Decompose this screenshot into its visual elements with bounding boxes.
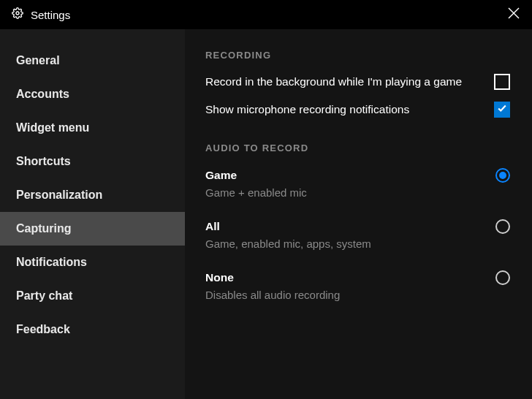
check-icon: [497, 103, 507, 116]
main-panel: RECORDING Record in the background while…: [185, 29, 532, 399]
titlebar-title: Settings: [31, 9, 70, 21]
sidebar-item-feedback[interactable]: Feedback: [0, 313, 185, 346]
close-icon: [508, 7, 520, 22]
option-text: All Game, enabled mic, apps, system: [205, 218, 371, 253]
titlebar-left: Settings: [12, 7, 70, 22]
sidebar-item-shortcuts[interactable]: Shortcuts: [0, 145, 185, 178]
setting-record-background: Record in the background while I'm playi…: [205, 74, 510, 90]
sidebar-item-general[interactable]: General: [0, 44, 185, 77]
sidebar-item-personalization[interactable]: Personalization: [0, 178, 185, 212]
close-button[interactable]: [503, 4, 525, 26]
option-title: None: [205, 269, 340, 286]
sidebar-item-label: Party chat: [16, 289, 72, 303]
option-text: Game Game + enabled mic: [205, 167, 307, 202]
audio-option-game[interactable]: Game Game + enabled mic: [205, 167, 510, 202]
sidebar-item-label: General: [16, 54, 60, 67]
setting-label: Show microphone recording notifications: [205, 103, 409, 116]
sidebar-item-label: Personalization: [16, 189, 102, 202]
setting-label: Record in the background while I'm playi…: [205, 75, 462, 88]
sidebar-item-label: Widget menu: [16, 121, 89, 134]
gear-icon: [12, 7, 23, 22]
radio-all[interactable]: [495, 219, 510, 234]
audio-option-all[interactable]: All Game, enabled mic, apps, system: [205, 218, 510, 253]
sidebar-item-label: Feedback: [16, 323, 70, 336]
sidebar-item-label: Notifications: [16, 256, 87, 269]
content-area: General Accounts Widget menu Shortcuts P…: [0, 29, 532, 399]
checkbox-mic-notifications[interactable]: [494, 102, 510, 118]
sidebar-item-widget-menu[interactable]: Widget menu: [0, 111, 185, 145]
sidebar-item-label: Capturing: [16, 222, 72, 235]
sidebar-item-label: Shortcuts: [16, 155, 71, 168]
option-title: Game: [205, 167, 307, 183]
checkbox-record-background[interactable]: [494, 74, 510, 90]
titlebar: Settings: [0, 0, 532, 29]
sidebar-item-party-chat[interactable]: Party chat: [0, 279, 185, 313]
radio-dot-icon: [499, 172, 506, 179]
option-text: None Disables all audio recording: [205, 269, 340, 304]
sidebar-item-accounts[interactable]: Accounts: [0, 77, 185, 111]
section-header-audio: AUDIO TO RECORD: [205, 142, 510, 153]
audio-option-none[interactable]: None Disables all audio recording: [205, 269, 510, 304]
sidebar-item-capturing[interactable]: Capturing: [0, 212, 185, 246]
radio-game[interactable]: [495, 168, 510, 183]
option-desc: Game, enabled mic, apps, system: [205, 236, 371, 253]
option-desc: Game + enabled mic: [205, 185, 307, 202]
setting-mic-notifications: Show microphone recording notifications: [205, 102, 510, 118]
sidebar-item-label: Accounts: [16, 88, 69, 101]
section-header-recording: RECORDING: [205, 50, 510, 61]
option-title: All: [205, 218, 371, 235]
radio-none[interactable]: [495, 270, 510, 285]
sidebar-item-notifications[interactable]: Notifications: [0, 246, 185, 279]
svg-point-0: [16, 12, 19, 15]
option-desc: Disables all audio recording: [205, 287, 340, 304]
sidebar: General Accounts Widget menu Shortcuts P…: [0, 29, 185, 399]
